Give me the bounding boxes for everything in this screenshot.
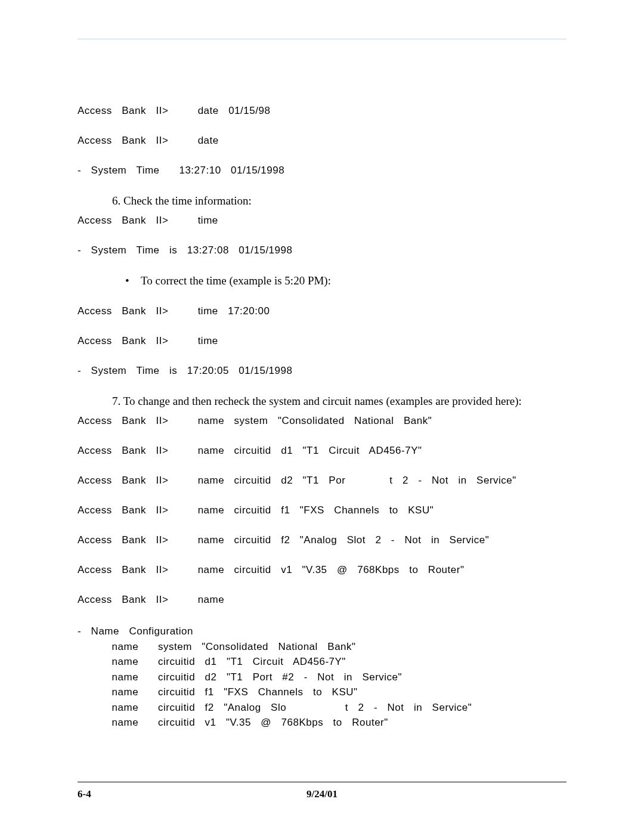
cli-line: Access Bank II> name circuitid f2 "Analo…: [78, 534, 566, 546]
cli-line: Access Bank II> name system "Consolidate…: [78, 415, 566, 427]
page-footer: 6-4 9/24/01: [78, 782, 566, 800]
cli-line: Access Bank II> name circuitid d1 "T1 Ci…: [78, 445, 566, 457]
cli-line: Access Bank II> date: [78, 135, 566, 147]
cli-line: Access Bank II> name circuitid d2 "T1 Po…: [78, 475, 566, 487]
cli-line: Access Bank II> time 17:20:00: [78, 305, 566, 317]
name-configuration-block: - Name Configuration name system "Consol…: [78, 624, 566, 730]
bullet-dot-icon: •: [125, 274, 141, 287]
footer-date: 9/24/01: [78, 788, 566, 800]
cli-line: Access Bank II> name circuitid f1 "FXS C…: [78, 504, 566, 516]
cli-line: Access Bank II> name: [78, 594, 566, 606]
top-horizontal-rule: [78, 39, 566, 39]
step-6-instruction: 6. Check the time information:: [112, 194, 566, 208]
cli-output: - System Time 13:27:10 01/15/1998: [78, 165, 566, 176]
cli-line: Access Bank II> time: [78, 335, 566, 347]
cli-line: Access Bank II> date 01/15/98: [78, 105, 566, 117]
document-page: Access Bank II> date 01/15/98 Access Ban…: [0, 0, 644, 833]
cli-line: Access Bank II> time: [78, 215, 566, 227]
cli-line: Access Bank II> name circuitid v1 "V.35 …: [78, 564, 566, 576]
bullet-text: To correct the time (example is 5:20 PM)…: [141, 274, 331, 287]
bullet-instruction: •To correct the time (example is 5:20 PM…: [125, 274, 566, 287]
step-7-instruction: 7. To change and then recheck the system…: [112, 395, 566, 408]
cli-output: - System Time is 17:20:05 01/15/1998: [78, 365, 566, 377]
cli-output: - System Time is 13:27:08 01/15/1998: [78, 244, 566, 256]
